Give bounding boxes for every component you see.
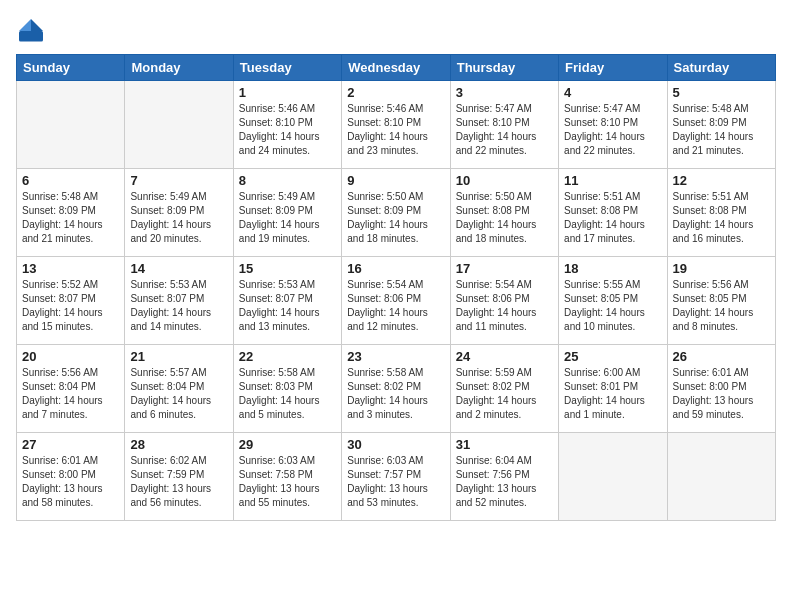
- day-info: Sunrise: 5:56 AM Sunset: 8:05 PM Dayligh…: [673, 278, 770, 334]
- day-number: 29: [239, 437, 336, 452]
- day-number: 23: [347, 349, 444, 364]
- calendar-cell: [17, 81, 125, 169]
- calendar-cell: 28Sunrise: 6:02 AM Sunset: 7:59 PM Dayli…: [125, 433, 233, 521]
- weekday-header-thursday: Thursday: [450, 55, 558, 81]
- calendar-cell: 12Sunrise: 5:51 AM Sunset: 8:08 PM Dayli…: [667, 169, 775, 257]
- day-number: 2: [347, 85, 444, 100]
- day-number: 10: [456, 173, 553, 188]
- svg-rect-2: [19, 31, 43, 42]
- day-info: Sunrise: 5:48 AM Sunset: 8:09 PM Dayligh…: [673, 102, 770, 158]
- day-number: 19: [673, 261, 770, 276]
- day-number: 11: [564, 173, 661, 188]
- day-info: Sunrise: 5:57 AM Sunset: 8:04 PM Dayligh…: [130, 366, 227, 422]
- day-number: 26: [673, 349, 770, 364]
- day-number: 30: [347, 437, 444, 452]
- day-info: Sunrise: 5:53 AM Sunset: 8:07 PM Dayligh…: [130, 278, 227, 334]
- day-info: Sunrise: 5:59 AM Sunset: 8:02 PM Dayligh…: [456, 366, 553, 422]
- calendar-cell: 23Sunrise: 5:58 AM Sunset: 8:02 PM Dayli…: [342, 345, 450, 433]
- calendar-cell: 2Sunrise: 5:46 AM Sunset: 8:10 PM Daylig…: [342, 81, 450, 169]
- logo: [16, 16, 50, 46]
- calendar-cell: 30Sunrise: 6:03 AM Sunset: 7:57 PM Dayli…: [342, 433, 450, 521]
- day-number: 6: [22, 173, 119, 188]
- calendar-cell: 16Sunrise: 5:54 AM Sunset: 8:06 PM Dayli…: [342, 257, 450, 345]
- day-info: Sunrise: 5:51 AM Sunset: 8:08 PM Dayligh…: [673, 190, 770, 246]
- day-info: Sunrise: 5:54 AM Sunset: 8:06 PM Dayligh…: [456, 278, 553, 334]
- day-number: 7: [130, 173, 227, 188]
- calendar-cell: 11Sunrise: 5:51 AM Sunset: 8:08 PM Dayli…: [559, 169, 667, 257]
- day-number: 15: [239, 261, 336, 276]
- day-info: Sunrise: 6:03 AM Sunset: 7:57 PM Dayligh…: [347, 454, 444, 510]
- day-number: 24: [456, 349, 553, 364]
- day-info: Sunrise: 5:50 AM Sunset: 8:08 PM Dayligh…: [456, 190, 553, 246]
- weekday-header-saturday: Saturday: [667, 55, 775, 81]
- calendar-cell: 19Sunrise: 5:56 AM Sunset: 8:05 PM Dayli…: [667, 257, 775, 345]
- calendar-week-row: 1Sunrise: 5:46 AM Sunset: 8:10 PM Daylig…: [17, 81, 776, 169]
- calendar-week-row: 27Sunrise: 6:01 AM Sunset: 8:00 PM Dayli…: [17, 433, 776, 521]
- calendar-cell: 24Sunrise: 5:59 AM Sunset: 8:02 PM Dayli…: [450, 345, 558, 433]
- day-info: Sunrise: 5:47 AM Sunset: 8:10 PM Dayligh…: [564, 102, 661, 158]
- calendar-week-row: 20Sunrise: 5:56 AM Sunset: 8:04 PM Dayli…: [17, 345, 776, 433]
- calendar-cell: 29Sunrise: 6:03 AM Sunset: 7:58 PM Dayli…: [233, 433, 341, 521]
- day-info: Sunrise: 6:02 AM Sunset: 7:59 PM Dayligh…: [130, 454, 227, 510]
- day-info: Sunrise: 5:49 AM Sunset: 8:09 PM Dayligh…: [239, 190, 336, 246]
- calendar-cell: 25Sunrise: 6:00 AM Sunset: 8:01 PM Dayli…: [559, 345, 667, 433]
- calendar-cell: 22Sunrise: 5:58 AM Sunset: 8:03 PM Dayli…: [233, 345, 341, 433]
- day-number: 18: [564, 261, 661, 276]
- day-number: 4: [564, 85, 661, 100]
- day-info: Sunrise: 5:47 AM Sunset: 8:10 PM Dayligh…: [456, 102, 553, 158]
- day-number: 12: [673, 173, 770, 188]
- day-info: Sunrise: 5:46 AM Sunset: 8:10 PM Dayligh…: [347, 102, 444, 158]
- weekday-header-friday: Friday: [559, 55, 667, 81]
- day-number: 31: [456, 437, 553, 452]
- day-info: Sunrise: 6:04 AM Sunset: 7:56 PM Dayligh…: [456, 454, 553, 510]
- weekday-header-tuesday: Tuesday: [233, 55, 341, 81]
- weekday-header-row: SundayMondayTuesdayWednesdayThursdayFrid…: [17, 55, 776, 81]
- calendar-cell: 26Sunrise: 6:01 AM Sunset: 8:00 PM Dayli…: [667, 345, 775, 433]
- day-info: Sunrise: 5:58 AM Sunset: 8:03 PM Dayligh…: [239, 366, 336, 422]
- day-number: 22: [239, 349, 336, 364]
- day-info: Sunrise: 6:03 AM Sunset: 7:58 PM Dayligh…: [239, 454, 336, 510]
- day-number: 20: [22, 349, 119, 364]
- day-number: 3: [456, 85, 553, 100]
- svg-marker-1: [19, 19, 31, 31]
- day-number: 16: [347, 261, 444, 276]
- calendar-cell: 13Sunrise: 5:52 AM Sunset: 8:07 PM Dayli…: [17, 257, 125, 345]
- svg-marker-0: [31, 19, 43, 31]
- day-number: 28: [130, 437, 227, 452]
- day-number: 5: [673, 85, 770, 100]
- day-info: Sunrise: 5:46 AM Sunset: 8:10 PM Dayligh…: [239, 102, 336, 158]
- calendar-cell: 27Sunrise: 6:01 AM Sunset: 8:00 PM Dayli…: [17, 433, 125, 521]
- page-header: [16, 16, 776, 46]
- day-number: 9: [347, 173, 444, 188]
- calendar-cell: 15Sunrise: 5:53 AM Sunset: 8:07 PM Dayli…: [233, 257, 341, 345]
- calendar-cell: [559, 433, 667, 521]
- calendar-cell: 1Sunrise: 5:46 AM Sunset: 8:10 PM Daylig…: [233, 81, 341, 169]
- day-info: Sunrise: 5:50 AM Sunset: 8:09 PM Dayligh…: [347, 190, 444, 246]
- day-info: Sunrise: 5:52 AM Sunset: 8:07 PM Dayligh…: [22, 278, 119, 334]
- calendar-cell: 7Sunrise: 5:49 AM Sunset: 8:09 PM Daylig…: [125, 169, 233, 257]
- calendar-body: 1Sunrise: 5:46 AM Sunset: 8:10 PM Daylig…: [17, 81, 776, 521]
- day-info: Sunrise: 6:01 AM Sunset: 8:00 PM Dayligh…: [22, 454, 119, 510]
- day-info: Sunrise: 5:54 AM Sunset: 8:06 PM Dayligh…: [347, 278, 444, 334]
- weekday-header-wednesday: Wednesday: [342, 55, 450, 81]
- day-number: 1: [239, 85, 336, 100]
- day-info: Sunrise: 5:49 AM Sunset: 8:09 PM Dayligh…: [130, 190, 227, 246]
- day-number: 14: [130, 261, 227, 276]
- calendar-cell: 18Sunrise: 5:55 AM Sunset: 8:05 PM Dayli…: [559, 257, 667, 345]
- calendar-week-row: 13Sunrise: 5:52 AM Sunset: 8:07 PM Dayli…: [17, 257, 776, 345]
- weekday-header-monday: Monday: [125, 55, 233, 81]
- calendar-cell: 5Sunrise: 5:48 AM Sunset: 8:09 PM Daylig…: [667, 81, 775, 169]
- calendar-cell: 14Sunrise: 5:53 AM Sunset: 8:07 PM Dayli…: [125, 257, 233, 345]
- day-info: Sunrise: 5:53 AM Sunset: 8:07 PM Dayligh…: [239, 278, 336, 334]
- weekday-header-sunday: Sunday: [17, 55, 125, 81]
- day-number: 27: [22, 437, 119, 452]
- calendar-cell: 4Sunrise: 5:47 AM Sunset: 8:10 PM Daylig…: [559, 81, 667, 169]
- calendar-cell: 10Sunrise: 5:50 AM Sunset: 8:08 PM Dayli…: [450, 169, 558, 257]
- logo-icon: [16, 16, 46, 46]
- day-info: Sunrise: 6:00 AM Sunset: 8:01 PM Dayligh…: [564, 366, 661, 422]
- calendar-week-row: 6Sunrise: 5:48 AM Sunset: 8:09 PM Daylig…: [17, 169, 776, 257]
- calendar-cell: 17Sunrise: 5:54 AM Sunset: 8:06 PM Dayli…: [450, 257, 558, 345]
- calendar-cell: 20Sunrise: 5:56 AM Sunset: 8:04 PM Dayli…: [17, 345, 125, 433]
- day-number: 21: [130, 349, 227, 364]
- day-number: 17: [456, 261, 553, 276]
